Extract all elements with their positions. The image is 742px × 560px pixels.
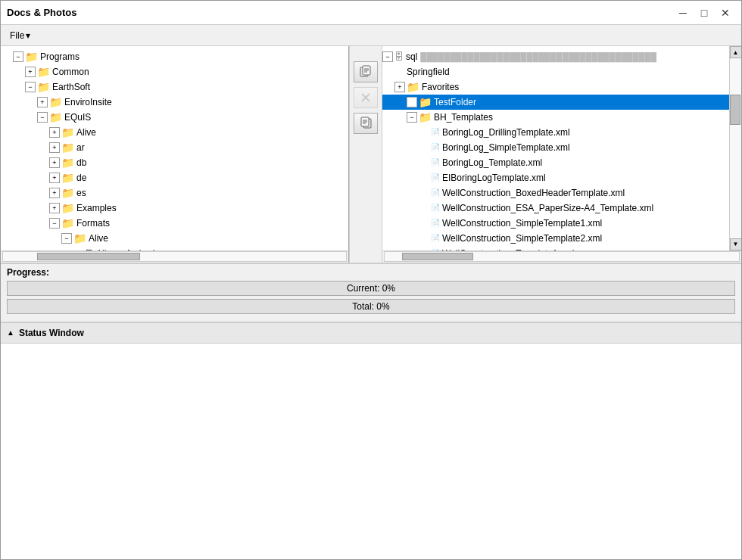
- action-buttons: [349, 46, 382, 263]
- left-hscroll-thumb[interactable]: [37, 253, 140, 260]
- node-label: Springfield: [407, 65, 450, 79]
- tree-row-boringlog-template[interactable]: 📄 BoringLog_Template.xml: [382, 155, 729, 170]
- right-tree[interactable]: − 🗄 sql ████████████████████████████████…: [382, 46, 729, 250]
- tree-row-sql[interactable]: − 🗄 sql ████████████████████████████████…: [382, 49, 729, 64]
- node-label: BoringLog_DrillingTemplate.xml: [442, 126, 570, 139]
- tree-row-enviroinsite[interactable]: + 📁 EnviroInsite: [1, 95, 348, 110]
- folder-icon: 📁: [61, 156, 74, 170]
- tree-row-boringlog-drilling[interactable]: 📄 BoringLog_DrillingTemplate.xml: [382, 125, 729, 140]
- right-hscroll-track[interactable]: [384, 251, 740, 262]
- node-label: BH_Templates: [434, 110, 493, 124]
- maximize-button[interactable]: □: [694, 5, 714, 21]
- file-menu-arrow: ▾: [26, 30, 30, 41]
- progress-section: Progress: Current: 0% Total: 0%: [1, 263, 741, 322]
- expand-programs[interactable]: −: [13, 51, 23, 62]
- tree-row-testfolder[interactable]: + 📁 TestFolder: [382, 95, 729, 110]
- node-label: EIBoringLogTemplate.xml: [442, 171, 546, 185]
- expand-enviroinsite[interactable]: +: [37, 97, 48, 107]
- copy-left-icon: [359, 117, 373, 130]
- expand-formats[interactable]: −: [49, 218, 60, 229]
- tree-row-common[interactable]: + 📁 Common: [1, 64, 348, 79]
- folder-icon: 📁: [49, 95, 62, 109]
- node-label: Examples: [76, 201, 117, 215]
- tree-row-favorites[interactable]: + 📁 Favorites: [382, 79, 729, 95]
- right-vscroll[interactable]: ▲ ▼: [729, 46, 741, 250]
- folder-icon: 📁: [37, 65, 50, 79]
- right-hscroll-thumb[interactable]: [402, 253, 473, 260]
- tree-row-db[interactable]: + 📁 db: [1, 155, 348, 170]
- expand-db[interactable]: +: [49, 157, 60, 168]
- minimize-button[interactable]: ─: [673, 5, 693, 21]
- expand-de[interactable]: +: [49, 173, 60, 183]
- expand-earthsoft[interactable]: −: [25, 82, 36, 92]
- node-label: Favorites: [422, 80, 459, 94]
- expand-testfolder[interactable]: +: [407, 97, 417, 107]
- left-tree[interactable]: − 📁 Programs + 📁 Common: [1, 46, 348, 250]
- tree-row-equis[interactable]: − 📁 EQuIS: [1, 110, 348, 125]
- delete-button[interactable]: [354, 87, 378, 108]
- expand-examples[interactable]: +: [49, 203, 60, 213]
- left-hscroll-track[interactable]: [2, 251, 347, 262]
- copy-right-button[interactable]: [354, 61, 378, 82]
- tree-row-alive[interactable]: + 📁 Alive: [1, 125, 348, 140]
- node-label: Alive: [76, 126, 96, 139]
- window-title: Docs & Photos: [7, 7, 76, 18]
- node-label: de: [76, 171, 86, 185]
- node-label: WellConstruction_SimpleTemplate1.xml: [442, 216, 602, 230]
- xml-icon: 📄: [431, 126, 440, 139]
- close-button[interactable]: ✕: [716, 5, 735, 21]
- file-menu-label: File: [10, 30, 24, 41]
- tree-row-formats[interactable]: − 📁 Formats: [1, 216, 348, 231]
- scroll-down-button[interactable]: ▼: [730, 238, 742, 250]
- tree-row-formats-alive[interactable]: − 📁 Alive: [1, 231, 348, 246]
- expand-ar[interactable]: +: [49, 142, 60, 153]
- tree-row-ar[interactable]: + 📁 ar: [1, 140, 348, 155]
- node-label: WellConstruction_BoxedHeaderTemplate.xml: [442, 186, 625, 200]
- tree-row-examples[interactable]: + 📁 Examples: [1, 201, 348, 216]
- folder-icon: 📁: [61, 171, 74, 185]
- expand-alive[interactable]: +: [49, 127, 60, 138]
- copy-left-button[interactable]: [354, 113, 378, 134]
- node-label: sql: [406, 50, 417, 64]
- expand-bh-templates[interactable]: −: [407, 112, 417, 123]
- expand-formats-alive[interactable]: −: [61, 233, 72, 244]
- folder-icon: 📁: [73, 232, 86, 245]
- current-progress-text: Current: 0%: [347, 283, 395, 294]
- folder-icon: 📁: [25, 50, 38, 64]
- xml-icon: 📄: [431, 141, 440, 154]
- file-menu[interactable]: File ▾: [4, 29, 36, 42]
- tree-row-earthsoft[interactable]: − 📁 EarthSoft: [1, 79, 348, 95]
- tree-row-programs[interactable]: − 📁 Programs: [1, 49, 348, 64]
- tree-row-wellcon-esa[interactable]: 📄 WellConstruction_ESA_PaperSize-A4_Temp…: [382, 201, 729, 216]
- node-label: BoringLog_Template.xml: [442, 156, 542, 170]
- left-hscroll[interactable]: [1, 250, 348, 263]
- scroll-up-button[interactable]: ▲: [730, 46, 742, 58]
- xml-icon: 📄: [431, 156, 440, 170]
- tree-row-wellcon-simple1[interactable]: 📄 WellConstruction_SimpleTemplate1.xml: [382, 216, 729, 231]
- scroll-thumb[interactable]: [730, 95, 740, 125]
- folder-icon: 📁: [407, 80, 419, 94]
- tree-row-de[interactable]: + 📁 de: [1, 170, 348, 185]
- folder-icon: 📁: [61, 186, 74, 200]
- expand-sql[interactable]: −: [382, 51, 393, 62]
- tree-row-wellcon-simple2[interactable]: 📄 WellConstruction_SimpleTemplate2.xml: [382, 231, 729, 246]
- expand-equis[interactable]: −: [37, 112, 48, 123]
- tree-row-springfield[interactable]: Springfield: [382, 64, 729, 79]
- scroll-track[interactable]: [730, 58, 741, 238]
- expand-common[interactable]: +: [25, 67, 36, 77]
- tree-row-bh-templates[interactable]: − 📁 BH_Templates: [382, 110, 729, 125]
- tree-row-es[interactable]: + 📁 es: [1, 185, 348, 201]
- main-window: Docs & Photos ─ □ ✕ File ▾ − 📁 Pro: [0, 0, 742, 560]
- right-hscroll[interactable]: [382, 250, 741, 263]
- expand-favorites[interactable]: +: [394, 82, 405, 92]
- node-label: Common: [52, 65, 89, 79]
- title-buttons: ─ □ ✕: [673, 5, 735, 21]
- tree-row-eiboringlog[interactable]: 📄 EIBoringLogTemplate.xml: [382, 170, 729, 185]
- status-content-area: [1, 343, 741, 560]
- tree-row-boringlog-simple[interactable]: 📄 BoringLog_SimpleTemplate.xml: [382, 140, 729, 155]
- tree-row-wellcon-boxed[interactable]: 📄 WellConstruction_BoxedHeaderTemplate.x…: [382, 185, 729, 201]
- status-section[interactable]: ▲ Status Window: [1, 322, 741, 343]
- folder-icon: 📁: [37, 80, 50, 94]
- expand-es[interactable]: +: [49, 188, 60, 198]
- node-label: Programs: [40, 50, 80, 64]
